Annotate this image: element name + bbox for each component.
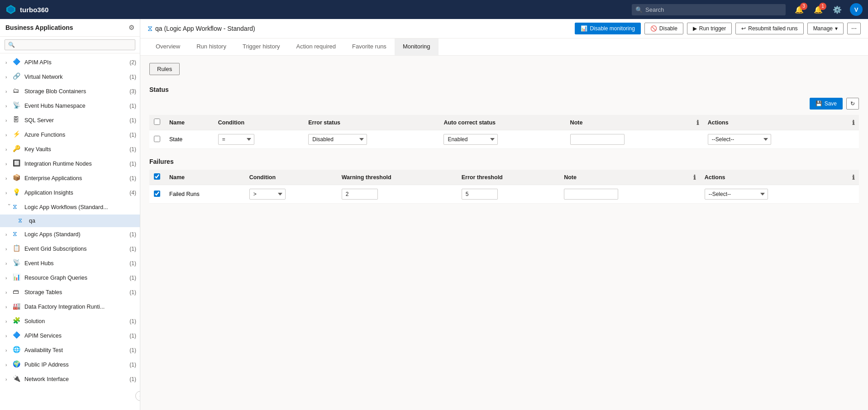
expand-arrow: › <box>5 162 13 167</box>
sidebar-item-public-ip[interactable]: › 🌍 Public IP Address (1) <box>0 358 140 372</box>
failures-select-all-checkbox[interactable] <box>154 173 160 180</box>
app-logo: turbo360 <box>5 4 48 15</box>
sidebar-search-input[interactable] <box>5 39 135 50</box>
vnet-icon: 🔗 <box>13 72 22 81</box>
status-col-auto-correct: Auto correct status <box>439 115 565 130</box>
notifications-btn-2[interactable]: 🔔 1 <box>812 4 825 16</box>
sidebar-item-label-keyvaults: Key Vaults <box>24 146 129 153</box>
resubmit-label: Resubmit failed runs <box>748 25 797 32</box>
save-btn[interactable]: 💾 Save <box>810 98 843 110</box>
sidebar-item-count-network-interface: (1) <box>129 376 136 382</box>
sidebar-item-keyvaults[interactable]: › 🔑 Key Vaults (1) <box>0 142 140 157</box>
sidebar-header: Business Applications ⚙ <box>0 19 140 37</box>
failures-table-header-row: Name Condition Warning threshold Error t… <box>149 170 859 185</box>
sidebar-item-enterprise-apps[interactable]: › 📦 Enterprise Applications (1) <box>0 171 140 186</box>
save-label: Save <box>825 100 837 107</box>
disable-btn[interactable]: 🚫 Disable <box>644 23 683 34</box>
settings-btn[interactable]: ⚙️ <box>831 4 844 16</box>
tab-trigger-history[interactable]: Trigger history <box>234 38 288 55</box>
manage-chevron-icon: ▾ <box>835 25 838 32</box>
sidebar-item-count-public-ip: (1) <box>129 362 136 368</box>
run-trigger-btn[interactable]: ▶ Run trigger <box>687 23 732 34</box>
status-row-error-status-select[interactable]: Disabled Enabled <box>308 134 367 145</box>
main-content: ⧖ qa (Logic App Workflow - Standard) 📊 D… <box>140 19 868 410</box>
tab-run-history[interactable]: Run history <box>188 38 234 55</box>
sidebar-item-logic-app-workflows[interactable]: › ⧖ Logic App Workflows (Standard... <box>0 200 140 215</box>
status-row-checkbox[interactable] <box>154 136 160 142</box>
status-table-header-row: Name Condition Error status Auto correct… <box>149 115 859 130</box>
sidebar-item-count-keyvaults: (1) <box>129 146 136 153</box>
tab-favorite-runs[interactable]: Favorite runs <box>344 38 395 55</box>
sidebar-item-storage-tables[interactable]: › 🗃 Storage Tables (1) <box>0 285 140 300</box>
sidebar-subitem-qa[interactable]: ⧖ qa <box>0 215 140 227</box>
sidebar-item-count-azure-functions: (1) <box>129 132 136 138</box>
manage-btn[interactable]: Manage ▾ <box>807 23 844 34</box>
sidebar-item-app-insights[interactable]: › 💡 Application Insights (4) <box>0 186 140 200</box>
resource-graph-icon: 📊 <box>13 273 22 282</box>
failures-row-warning-input[interactable] <box>342 189 378 200</box>
status-row-note-input[interactable] <box>570 134 625 145</box>
sidebar-item-storage-blob[interactable]: › 🗂 Storage Blob Containers (3) <box>0 84 140 99</box>
tab-overview[interactable]: Overview <box>148 38 188 55</box>
sidebar-item-label-event-hubs-ns: Event Hubs Namespace <box>24 103 129 109</box>
refresh-btn[interactable]: ↻ <box>846 98 859 110</box>
status-select-all-checkbox[interactable] <box>154 119 160 125</box>
logic-apps-standard-icon: ⧖ <box>13 230 22 239</box>
sidebar-item-logic-apps-standard[interactable]: › ⧖ Logic Apps (Standard) (1) <box>0 227 140 242</box>
save-toolbar: 💾 Save ↻ <box>149 98 859 110</box>
sidebar-item-availability-test[interactable]: › 🌐 Availability Test (1) <box>0 343 140 358</box>
status-row-condition-select[interactable]: = <box>218 134 254 145</box>
sidebar-item-azure-functions[interactable]: › ⚡ Azure Functions (1) <box>0 128 140 142</box>
sidebar-item-apim-services[interactable]: › 🔷 APIM Services (1) <box>0 329 140 343</box>
sidebar-item-event-grid[interactable]: › 📋 Event Grid Subscriptions (1) <box>0 242 140 256</box>
disable-monitoring-btn[interactable]: 📊 Disable monitoring <box>575 23 640 34</box>
sidebar-search-wrap: 🔍 <box>0 37 140 53</box>
sidebar-item-vnet[interactable]: › 🔗 Virtual Network (1) <box>0 70 140 84</box>
tab-monitoring[interactable]: Monitoring <box>395 38 439 55</box>
failures-row-error-input[interactable] <box>462 189 498 200</box>
failures-col-info: ℹ <box>689 170 700 185</box>
sidebar-gear-btn[interactable]: ⚙ <box>129 24 134 32</box>
sidebar-item-integration-runtime[interactable]: › 🔲 Integration Runtime Nodes (1) <box>0 157 140 171</box>
status-col-note: Note <box>566 115 692 130</box>
expand-arrow: › <box>5 305 13 310</box>
expand-arrow: › <box>5 348 13 353</box>
failures-row-note-input[interactable] <box>564 189 618 200</box>
sidebar-item-count-app-insights: (4) <box>129 190 136 196</box>
sidebar-item-sql[interactable]: › 🗄 SQL Server (1) <box>0 113 140 128</box>
failures-col-error: Error threshold <box>457 170 559 185</box>
event-grid-icon: 📋 <box>13 244 22 253</box>
sidebar: Business Applications ⚙ 🔍 › 🔷 APIM APIs … <box>0 19 140 410</box>
sidebar-item-event-hubs-ns[interactable]: › 📡 Event Hubs Namespace (1) <box>0 99 140 113</box>
notifications-btn-1[interactable]: 🔔 3 <box>793 4 806 16</box>
keyvaults-icon: 🔑 <box>13 145 22 154</box>
network-interface-icon: 🔌 <box>13 375 22 384</box>
failures-row-actions-select[interactable]: --Select-- <box>705 189 768 200</box>
sidebar-item-network-interface[interactable]: › 🔌 Network Interface (1) <box>0 372 140 386</box>
sidebar-list: › 🔷 APIM APIs (2) › 🔗 Virtual Network (1… <box>0 53 140 410</box>
avatar-btn[interactable]: V <box>850 3 863 16</box>
content-toolbar: ⧖ qa (Logic App Workflow - Standard) 📊 D… <box>140 19 868 38</box>
sidebar-item-event-hubs[interactable]: › 📡 Event Hubs (1) <box>0 256 140 271</box>
failures-row-condition-select[interactable]: > < = <box>249 189 286 200</box>
status-row-actions-select[interactable]: --Select-- <box>708 134 771 145</box>
sidebar-item-label-integration-runtime: Integration Runtime Nodes <box>24 161 129 167</box>
sidebar-item-data-factory[interactable]: › 🏭 Data Factory Integration Runti... <box>0 300 140 314</box>
sidebar-item-apim[interactable]: › 🔷 APIM APIs (2) <box>0 55 140 70</box>
sidebar-item-resource-graph[interactable]: › 📊 Resource Graph Queries (1) <box>0 271 140 285</box>
disable-monitoring-label: Disable monitoring <box>590 25 634 32</box>
expand-arrow: › <box>5 261 13 266</box>
failures-col-name: Name <box>165 170 245 185</box>
disable-monitoring-icon: 📊 <box>581 25 587 32</box>
status-row-auto-correct-select[interactable]: Enabled Disabled <box>444 134 498 145</box>
failures-row-checkbox[interactable] <box>154 191 160 197</box>
more-options-btn[interactable]: ⋯ <box>847 23 861 34</box>
rules-tab-btn[interactable]: Rules <box>149 63 180 75</box>
tab-action-required[interactable]: Action required <box>288 38 344 55</box>
enterprise-apps-icon: 📦 <box>13 174 22 183</box>
event-hubs-icon: 📡 <box>13 259 22 268</box>
status-col-name: Name <box>165 115 214 130</box>
search-input[interactable] <box>632 4 786 15</box>
resubmit-failed-runs-btn[interactable]: ↩ Resubmit failed runs <box>735 23 803 34</box>
sidebar-item-solution[interactable]: › 🧩 Solution (1) <box>0 314 140 329</box>
